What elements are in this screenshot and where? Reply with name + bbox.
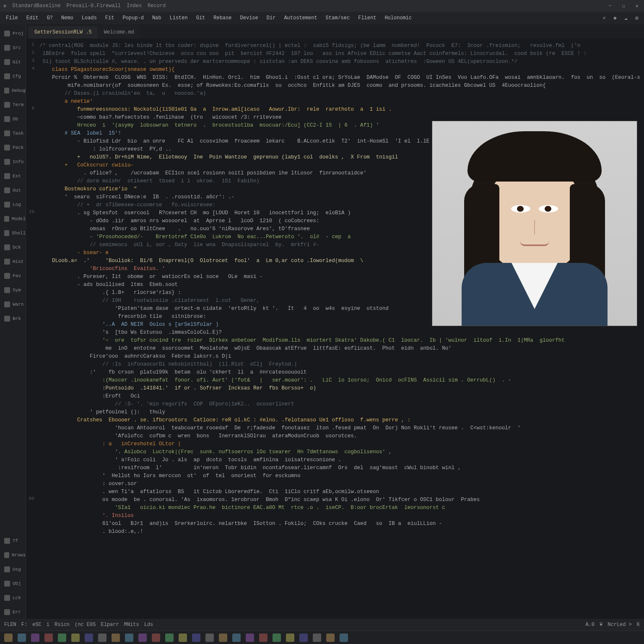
code-line[interactable]: Cratshes Eboooer . se. ifbcrootors Catlo… — [39, 416, 640, 424]
status-item[interactable]: Rsicn — [55, 622, 70, 628]
menu-stam/sec[interactable]: Stam/sec — [322, 13, 353, 23]
code-line[interactable]: :Pontsoido .141841.' if or . Sofrser Inc… — [39, 384, 640, 392]
code-line[interactable]: mife.nomibarsr(of soumosneen Es. esse; o… — [39, 82, 640, 90]
bug-icon[interactable]: ✱ — [610, 13, 620, 23]
sidebar-item-model[interactable]: Model — [0, 212, 26, 226]
menu-nab[interactable]: Nab — [149, 13, 165, 23]
menu-holonomic[interactable]: Holonomic — [381, 13, 415, 23]
menu-git[interactable]: Git — [193, 13, 209, 23]
menu-g?[interactable]: G? — [44, 13, 56, 23]
bell-icon[interactable]: ☁ — [621, 13, 631, 23]
tray-icon[interactable] — [71, 634, 80, 642]
code-line[interactable]: lBEe1re folos spell "currievest!Choicese… — [39, 50, 640, 58]
tray-icon[interactable] — [125, 634, 133, 642]
code-line[interactable]: '. Insilos — [39, 512, 640, 520]
sidebar-item-sym[interactable]: Sym — [0, 283, 26, 297]
tab-inactive[interactable]: Welcome.md — [98, 26, 140, 39]
code-line[interactable]: Pcroir % Obtermob CLOSG WNS DISS: BtdICH… — [39, 74, 640, 82]
sidebar-item-ext[interactable]: Ext — [0, 169, 26, 183]
tray-icon[interactable] — [152, 634, 160, 642]
code-line[interactable]: ' petfoolnel (): thuly — [39, 408, 640, 416]
menu-rebase[interactable]: Rebase — [210, 13, 235, 23]
sidebar-item-dck[interactable]: Dck — [0, 241, 26, 254]
menu-listen[interactable]: Listen — [166, 13, 191, 23]
code-line[interactable]: ' a!Foic coli Jo . als ap dcoto tocsls a… — [39, 456, 640, 464]
status-item[interactable]: K — [637, 622, 640, 628]
status-item[interactable]: Lds — [144, 622, 153, 628]
sidebar-item-warn[interactable]: Warn — [0, 298, 26, 311]
status-item[interactable]: eSC — [32, 622, 42, 628]
status-item[interactable]: A.0 — [585, 622, 595, 628]
sidebar-item-cfg[interactable]: Cfg — [0, 70, 26, 83]
status-item[interactable]: MNits — [124, 622, 139, 628]
close-button[interactable]: ✕ — [633, 3, 641, 9]
code-line[interactable]: Si) tooot BLSchitalle #, weace. . un pre… — [39, 58, 640, 66]
code-line[interactable]: ' Hellot ho Iors merccon ot' of tel onor… — [39, 472, 640, 480]
code-line[interactable]: :Eroft Oci — [39, 392, 640, 400]
menu-flient[interactable]: Flient — [355, 13, 379, 23]
minimize-button[interactable]: − — [606, 3, 614, 9]
tray-icon[interactable] — [340, 634, 348, 642]
status-item[interactable]: ¥ — [600, 622, 602, 628]
status-item[interactable]: i — [47, 622, 49, 628]
tray-icon[interactable] — [18, 634, 26, 642]
sidebar-item-term[interactable]: Term — [0, 98, 26, 112]
code-line[interactable]: // :S- '. 'min regorifs COP OFporo|1eK2.… — [39, 400, 640, 408]
code-line[interactable]: 61'ool BJr1 and)is Srerkerloirc. nelartb… — [39, 520, 640, 528]
tray-icon[interactable] — [85, 634, 93, 642]
sidebar-item-out[interactable]: Out — [0, 184, 26, 197]
tray-icon[interactable] — [205, 634, 214, 642]
status-item[interactable]: (nc E0S — [75, 622, 96, 628]
tray-icon[interactable] — [273, 634, 281, 642]
status-item[interactable]: NcrLed > — [608, 622, 632, 628]
code-line[interactable]: class PSagastoorecScoor(snease owomet){ — [39, 66, 640, 74]
tray-icon[interactable] — [299, 634, 308, 642]
menu-loads[interactable]: Loads — [78, 13, 100, 23]
tray-icon[interactable] — [232, 634, 241, 642]
menu-nemo[interactable]: Nemo — [58, 13, 77, 23]
code-line[interactable]: 'Afolofcc cofbm c wren bons InerranklSOl… — [39, 432, 640, 440]
code-line[interactable]: 's [tbo Ws Estunso .immasColoCol.E)? — [39, 329, 640, 337]
code-line[interactable]: funmereessnoocss: Nockotol(1iS01e01 Ga a… — [39, 106, 640, 114]
tray-icon[interactable] — [286, 634, 294, 642]
code-line[interactable]: . blood:.e,.! — [39, 528, 640, 536]
editor[interactable]: 123482060 /* central(ROG module JS: les … — [26, 39, 644, 619]
menu-file[interactable]: File — [3, 13, 21, 23]
code-line[interactable]: : a inCreshotel OLtor | — [39, 440, 640, 448]
code-line[interactable]: '. Aslobco Luctrok|(Frec sunk. nuftsoerr… — [39, 448, 640, 456]
tray-icon[interactable] — [58, 634, 66, 642]
sidebar-item-brk[interactable]: Brk — [0, 312, 26, 325]
code-line[interactable]: :(Mascer .inookanefat fonor. ofi. Aurt' … — [39, 377, 640, 384]
menu-popup-d[interactable]: Popup-d — [119, 13, 147, 23]
tab-active[interactable]: GetterSessionRLW .5 — [29, 26, 98, 39]
sidebar-item-debug[interactable]: Debug — [0, 84, 26, 97]
sidebar-item-log[interactable]: Log — [0, 198, 26, 211]
tray-icon[interactable] — [259, 634, 267, 642]
status-item[interactable]: Elparr — [101, 622, 119, 628]
status-item[interactable]: FLEN — [4, 622, 16, 628]
code-line[interactable]: a neetie' — [39, 98, 640, 106]
sidebar-item-nrows[interactable]: Nrows — [0, 548, 26, 562]
code-line[interactable]: // Dases.(l crasiodln'eo ta, u noocoo.'a… — [39, 90, 640, 98]
menu-autostement[interactable]: Autostement — [280, 13, 320, 23]
gear-icon[interactable]: ⚙ — [632, 13, 641, 23]
tray-icon[interactable] — [165, 634, 174, 642]
sidebar-item-shell[interactable]: Shell — [0, 226, 26, 240]
sidebar-item-hist[interactable]: Hist — [0, 255, 26, 268]
sidebar-item-fav[interactable]: Fav — [0, 269, 26, 283]
tray-icon[interactable] — [192, 634, 200, 642]
menu-devise[interactable]: Devise — [237, 13, 262, 23]
sidebar-item-src[interactable]: Src — [0, 41, 26, 55]
sidebar-item-err[interactable]: Err — [0, 605, 26, 619]
tray-icon[interactable] — [179, 634, 187, 642]
sidebar-item-lck[interactable]: Lck — [0, 591, 26, 605]
sidebar-item-task[interactable]: Task — [0, 127, 26, 140]
code-line[interactable]: os moode be . conorsal. 'As ixaomoros. 1… — [39, 496, 640, 504]
menu-fit[interactable]: Fit — [102, 13, 118, 23]
menu-dir[interactable]: Dir — [263, 13, 279, 23]
tray-icon[interactable] — [112, 634, 120, 642]
tray-icon[interactable] — [98, 634, 106, 642]
code-line[interactable]: me inO entotne ssorcoomet Meolatohe wO)s… — [39, 345, 640, 353]
code-line[interactable]: :resifroom l' in'neron Tobr bidin nconta… — [39, 464, 640, 472]
tray-icon[interactable] — [326, 634, 335, 642]
